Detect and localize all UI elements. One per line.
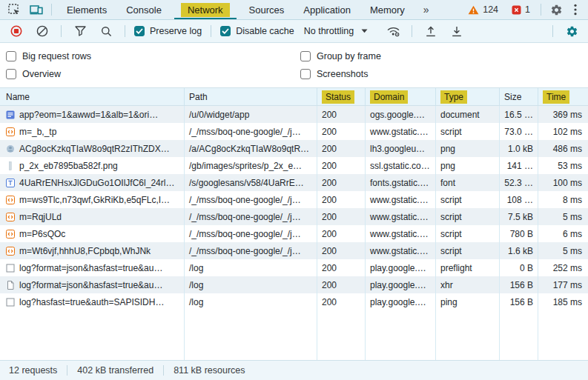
cell-path: /_/mss/boq-one-google/_/j… — [185, 123, 317, 140]
request-name: ACg8ocKzkqTIaW8o9qtR2zIThZDX… — [19, 144, 170, 154]
cell-domain: play.google.… — [366, 259, 436, 276]
column-header-time[interactable]: Time — [538, 88, 588, 105]
square-outline-icon — [6, 298, 15, 307]
cell-status: 200 — [317, 259, 366, 276]
checkbox-unchecked[interactable] — [6, 51, 16, 61]
cell-status: 200 — [317, 191, 366, 208]
cell-type: ping — [436, 293, 500, 310]
record-icon[interactable] — [7, 22, 26, 40]
column-header-type[interactable]: Type — [436, 88, 500, 105]
tab-elements[interactable]: Elements — [57, 0, 116, 19]
cell-status: 200 — [317, 174, 366, 191]
request-row[interactable]: m=P6sQOc/_/mss/boq-one-google/_/j…200www… — [0, 225, 588, 242]
inspect-element-icon[interactable] — [4, 1, 24, 19]
throttling-select[interactable]: No throttling — [301, 24, 371, 38]
errors-badge[interactable]: 1 — [506, 4, 535, 15]
request-row[interactable]: m=_b,_tp/_/mss/boq-one-google/_/j…200www… — [0, 123, 588, 140]
cell-name: log?format=json&hasfast=true&au… — [0, 259, 185, 276]
preserve-log-checkbox[interactable]: Preserve log — [134, 26, 202, 36]
device-toolbar-icon[interactable] — [27, 1, 46, 19]
cell-time: 5 ms — [538, 208, 588, 225]
setting-label: Screenshots — [317, 69, 368, 79]
cell-type: document — [436, 106, 500, 123]
column-header-size[interactable]: Size — [500, 88, 538, 105]
tab-network[interactable]: Network — [171, 0, 240, 19]
request-row[interactable]: ACg8ocKzkqTIaW8o9qtR2zIThZDX…/a/ACg8ocKz… — [0, 140, 588, 157]
settings-gear-icon[interactable] — [546, 1, 566, 19]
cell-domain: www.gstatic.… — [366, 225, 436, 242]
setting-group-by-frame[interactable]: Group by frame — [300, 51, 588, 61]
request-row[interactable]: log?hasfast=true&auth=SAPISIDH…/log200pl… — [0, 293, 588, 310]
column-header-path[interactable]: Path — [185, 88, 317, 105]
cell-status: 200 — [317, 123, 366, 140]
request-row[interactable]: m=ws9Tlc,n73qwf,GkRiKb,e5qFLc,I…/_/mss/b… — [0, 191, 588, 208]
disable-cache-checkbox[interactable]: Disable cache — [220, 26, 294, 36]
column-label: Status — [322, 90, 354, 104]
cell-type: font — [436, 174, 500, 191]
cell-path: /_/mss/boq-one-google/_/j… — [185, 225, 317, 242]
image-circle-icon — [6, 144, 15, 153]
cell-name: ACg8ocKzkqTIaW8o9qtR2zIThZDX… — [0, 140, 185, 157]
tab-application[interactable]: Application — [294, 0, 360, 19]
clear-icon[interactable] — [33, 22, 52, 40]
request-name: 4UaRrENHsxJlGDuGo1OIlJfC6l_24rl… — [19, 178, 174, 188]
checkbox-unchecked[interactable] — [300, 69, 311, 79]
kebab-menu-icon[interactable] — [569, 1, 582, 19]
column-header-status[interactable]: Status — [317, 88, 366, 105]
divider — [125, 25, 125, 37]
cell-size: 780 B — [500, 225, 538, 242]
network-settings-gear-icon[interactable] — [562, 22, 581, 40]
cell-time: 5 ms — [538, 242, 588, 259]
setting-screenshots[interactable]: Screenshots — [300, 69, 588, 79]
request-row[interactable]: p_2x_eb7895ba582f.png/gb/images/sprites/… — [0, 157, 588, 174]
request-row[interactable]: m=RqjULd/_/mss/boq-one-google/_/j…200www… — [0, 208, 588, 225]
tab-memory[interactable]: Memory — [360, 0, 414, 19]
cell-domain: play.google.… — [366, 276, 436, 293]
request-name: log?format=json&hasfast=true&au… — [19, 263, 162, 273]
filter-icon[interactable] — [70, 22, 90, 40]
tab-sources[interactable]: Sources — [240, 0, 294, 19]
cell-domain: fonts.gstatic.… — [366, 174, 436, 191]
cell-time: 369 ms — [538, 106, 588, 123]
request-name: m=_b,_tp — [19, 127, 56, 137]
cell-size: 1.6 kB — [500, 242, 538, 259]
request-row[interactable]: log?format=json&hasfast=true&au…/log200p… — [0, 259, 588, 276]
setting-big-request-rows[interactable]: Big request rows — [6, 51, 300, 61]
checkbox-checked[interactable] — [220, 26, 231, 36]
setting-label: Group by frame — [317, 51, 381, 61]
throttling-value: No throttling — [304, 26, 354, 36]
request-row[interactable]: log?format=json&hasfast=true&au…/log200p… — [0, 276, 588, 293]
checkbox-unchecked[interactable] — [6, 69, 16, 79]
request-row[interactable]: m=Wt6vjf,hhhU8,FCpbqb,WhJNk/_/mss/boq-on… — [0, 242, 588, 259]
checkbox-checked[interactable] — [134, 26, 145, 36]
request-row[interactable]: 4UaRrENHsxJlGDuGo1OIlJfC6l_24rl…/s/googl… — [0, 174, 588, 191]
column-header-name[interactable]: Name — [0, 88, 185, 105]
error-icon — [512, 5, 521, 15]
checkbox-unchecked[interactable] — [300, 51, 311, 61]
import-har-icon[interactable] — [421, 22, 440, 40]
cell-domain: www.gstatic.… — [366, 123, 436, 140]
script-icon — [6, 247, 15, 256]
request-count: 12 requests — [9, 365, 57, 376]
divider — [61, 25, 62, 37]
request-row[interactable]: app?eom=1&awwd=1&alb=1&ori…/u/0/widget/a… — [0, 106, 588, 123]
setting-overview[interactable]: Overview — [6, 69, 300, 79]
cell-name: app?eom=1&awwd=1&alb=1&ori… — [0, 106, 185, 123]
column-header-domain[interactable]: Domain — [366, 88, 436, 105]
network-conditions-icon[interactable] — [383, 22, 403, 40]
requests-table-header: NamePathStatusDomainTypeSizeTime — [0, 87, 588, 106]
warning-triangle-icon — [468, 5, 479, 15]
cell-size: 1.0 kB — [500, 140, 538, 157]
image-sliver-icon — [6, 161, 15, 170]
more-tabs-button[interactable]: » — [417, 4, 435, 16]
search-icon[interactable] — [96, 22, 116, 40]
request-name: app?eom=1&awwd=1&alb=1&ori… — [19, 110, 158, 120]
warnings-badge[interactable]: 124 — [463, 4, 503, 15]
cell-path: /log — [185, 259, 317, 276]
cell-status: 200 — [317, 140, 366, 157]
cell-domain: lh3.googleu… — [366, 140, 436, 157]
cell-size: 52.3 … — [500, 174, 538, 191]
export-har-icon[interactable] — [447, 22, 466, 40]
tab-console[interactable]: Console — [116, 0, 171, 19]
cell-name: log?format=json&hasfast=true&au… — [0, 276, 185, 293]
